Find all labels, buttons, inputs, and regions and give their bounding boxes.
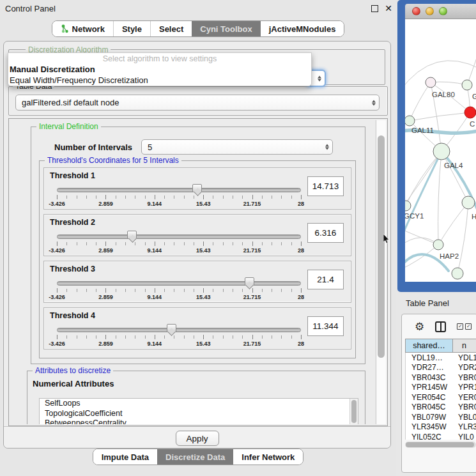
tab-cyni-toolbox[interactable]: Cyni Toolbox	[192, 21, 260, 36]
cyni-mode-tabbar: Impute Data Discretize Data Infer Networ…	[0, 449, 396, 465]
network-node[interactable]	[433, 240, 443, 250]
threshold-4-value-field[interactable]: 11.344	[307, 316, 344, 336]
control-panel-titlebar: Control Panel ✕	[0, 0, 396, 17]
network-node[interactable]	[405, 116, 415, 126]
zoom-traffic-light[interactable]	[439, 7, 447, 15]
threshold-1-slider[interactable]: -3.426 2.859 9.144 15.43 21.715 28	[57, 183, 301, 209]
table-row[interactable]: YER054CYER0	[406, 392, 476, 403]
table-row[interactable]: YDR27…YDR2	[406, 363, 476, 373]
threshold-panel: Threshold 2 -3.426 2.859 9.1	[43, 214, 351, 256]
node-label: G	[472, 93, 476, 100]
table-row[interactable]: YLR345WYLR3	[406, 422, 476, 433]
table-panel-title: Table Panel	[396, 292, 476, 308]
horizontal-scrollbar[interactable]	[405, 441, 476, 448]
combo-arrows-icon	[318, 75, 321, 81]
network-node[interactable]	[462, 80, 472, 90]
interval-definition-title: Interval Definition	[36, 122, 101, 131]
network-node[interactable]	[433, 143, 450, 160]
node-label: GAL11	[411, 127, 434, 134]
tab-style[interactable]: Style	[113, 21, 150, 36]
table-row[interactable]: YBL079WYBL0	[406, 412, 476, 422]
tab-impute-data[interactable]: Impute Data	[93, 449, 157, 464]
network-node-labels: GAL80GCGAL11GAL4GCY1HHAP2	[405, 91, 476, 260]
network-node[interactable]	[405, 201, 411, 211]
node-label: GAL80	[432, 91, 455, 98]
column-header-name[interactable]: n	[453, 339, 476, 352]
network-node[interactable]	[426, 77, 436, 88]
slider-ticks	[57, 289, 301, 292]
minimize-traffic-light[interactable]	[426, 7, 434, 15]
node-label: GAL4	[444, 162, 463, 169]
mouse-cursor	[383, 234, 390, 247]
threshold-4-slider[interactable]: -3.426 2.859 9.144 15.43 21.715 28	[57, 323, 301, 349]
network-node[interactable]	[462, 196, 475, 209]
network-node[interactable]	[452, 268, 463, 279]
apply-strip: Apply	[4, 426, 390, 448]
control-panel-title: Control Panel	[5, 4, 56, 13]
tab-infer-network[interactable]: Infer Network	[233, 449, 303, 464]
numerical-attributes-label: Numerical Attributes	[33, 379, 114, 388]
network-window-titlebar[interactable]	[405, 4, 476, 19]
gear-icon[interactable]: ⚙	[415, 321, 424, 332]
table-row[interactable]: YBR045CYBR0	[406, 403, 476, 413]
slider-track[interactable]	[57, 328, 301, 332]
table-data-selected: galFiltered.sif default node	[22, 98, 119, 107]
tab-network[interactable]: Network	[52, 21, 113, 36]
tab-discretize-data[interactable]: Discretize Data	[157, 449, 233, 464]
list-item[interactable]: SelfLoops	[40, 399, 358, 409]
scrollbar-thumb[interactable]	[378, 135, 385, 358]
select-columns-icons[interactable]: ✓ ✓	[457, 323, 472, 330]
slider-track[interactable]	[57, 188, 301, 192]
table-row[interactable]: YDL19…YDL1	[406, 353, 476, 363]
table-data-combobox[interactable]: galFiltered.sif default node	[15, 95, 380, 111]
threshold-3-slider[interactable]: -3.426 2.859 9.144 15.43 21.715 28	[57, 277, 301, 302]
network-node[interactable]	[464, 107, 476, 118]
threshold-2-value-field[interactable]: 6.316	[307, 223, 344, 243]
vertical-scrollbar[interactable]	[376, 120, 386, 424]
slider-thumb[interactable]	[192, 184, 202, 192]
slider-thumb[interactable]	[245, 277, 254, 286]
table-row[interactable]: YPR145WYPR1	[406, 383, 476, 393]
threshold-label: Threshold 1	[50, 171, 95, 180]
threshold-label: Threshold 3	[50, 265, 95, 273]
table-row[interactable]: YBR043CYBR0	[406, 372, 476, 383]
combo-arrows-icon	[325, 144, 329, 150]
tab-jactivemnodules[interactable]: jActiveMNodules	[261, 21, 344, 36]
threshold-2-slider[interactable]: -3.426 2.859 9.144 15.43 21.715 28	[57, 230, 301, 256]
node-label: HAP2	[440, 252, 459, 260]
dropdown-option-manual-discretization[interactable]: Manual Discretization	[8, 64, 311, 75]
slider-thumb[interactable]	[167, 324, 176, 332]
tab-select[interactable]: Select	[150, 21, 192, 36]
threshold-3-value-field[interactable]: 21.4	[307, 270, 344, 289]
checkbox-icon: ✓	[465, 323, 472, 330]
network-view-window[interactable]: GAL80GCGAL11GAL4GCY1HHAP2	[397, 0, 476, 292]
slider-thumb[interactable]	[127, 231, 137, 239]
number-of-intervals-label: Number of Intervals	[54, 142, 132, 152]
number-of-intervals-combobox[interactable]: 5	[141, 139, 333, 155]
node-label: C	[470, 120, 475, 128]
dropdown-option-equal-width-frequency[interactable]: Equal Width/Frequency Discretization	[8, 75, 311, 86]
list-item[interactable]: BetweennessCentrality	[40, 418, 358, 424]
close-icon[interactable]: ✕	[385, 3, 392, 13]
list-scrollbar[interactable]	[349, 399, 358, 424]
slider-track[interactable]	[57, 234, 301, 239]
slider-track[interactable]	[57, 281, 301, 286]
threshold-panel: Threshold 3 -3.426 2.859 9.1	[43, 261, 351, 303]
close-traffic-light[interactable]	[412, 7, 420, 15]
float-window-icon[interactable]	[371, 5, 378, 12]
scrollbar-thumb[interactable]	[406, 442, 474, 447]
attributes-group: Attributes to discretize Numerical Attri…	[27, 371, 365, 424]
table-row[interactable]: YIL052CYIL0	[406, 432, 476, 440]
attributes-group-title: Attributes to discretize	[33, 366, 113, 375]
node-label: H	[472, 213, 476, 220]
network-canvas[interactable]: GAL80GCGAL11GAL4GCY1HHAP2	[405, 19, 476, 282]
settings-scroll-pane: Interval Definition Number of Intervals …	[8, 118, 388, 426]
list-item[interactable]: TopologicalCoefficient	[40, 409, 358, 419]
column-header-shared-name[interactable]: shared…	[406, 339, 453, 352]
threshold-1-value-field[interactable]: 14.713	[307, 176, 344, 196]
thresholds-group: Threshold's Coordinates for 5 Intervals …	[39, 160, 356, 358]
threshold-panel: Threshold 1 -3.426 2.859 9.1	[43, 167, 351, 210]
apply-button[interactable]: Apply	[176, 431, 219, 446]
columns-icon[interactable]	[435, 321, 446, 332]
numerical-attributes-list[interactable]: SelfLoops TopologicalCoefficient Between…	[39, 398, 358, 424]
